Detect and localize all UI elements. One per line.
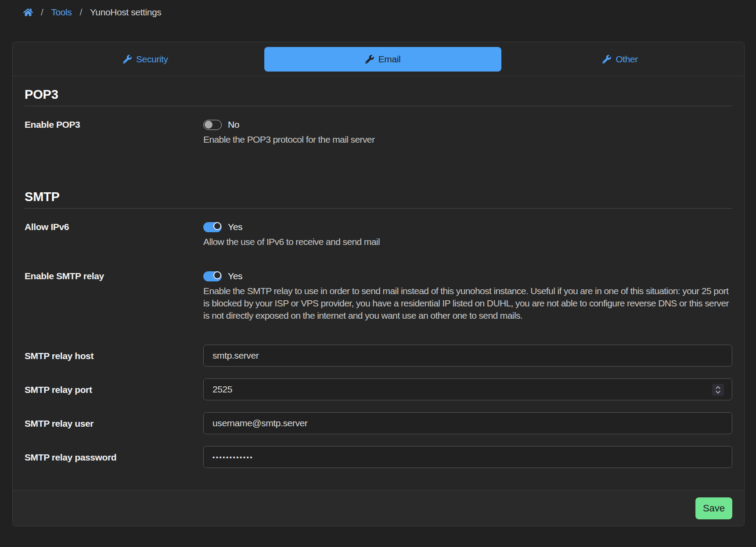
field-label: Enable POP3 bbox=[25, 119, 203, 146]
toggle-state-label: Yes bbox=[228, 222, 242, 232]
wrench-icon bbox=[365, 55, 374, 64]
field-control: username@smtp.server bbox=[203, 412, 732, 434]
wrench-icon bbox=[602, 55, 611, 64]
chevron-down-icon bbox=[715, 390, 721, 394]
field-control: YesEnable the SMTP relay to use in order… bbox=[203, 271, 732, 322]
tab-label: Security bbox=[136, 54, 168, 65]
settings-form: POP3Enable POP3NoEnable the POP3 protoco… bbox=[13, 76, 744, 468]
breadcrumb: / Tools / YunoHost settings bbox=[0, 0, 756, 18]
wrench-icon bbox=[123, 55, 132, 64]
toggle-knob bbox=[213, 271, 221, 279]
breadcrumb-current: YunoHost settings bbox=[90, 7, 161, 18]
field-control: NoEnable the POP3 protocol for the mail … bbox=[203, 119, 732, 146]
field-label: SMTP relay user bbox=[25, 412, 203, 434]
smtp-relay-password-input[interactable]: •••••••••••• bbox=[203, 446, 732, 468]
smtp-relay-user-input[interactable]: username@smtp.server bbox=[203, 412, 732, 434]
save-button[interactable]: Save bbox=[695, 497, 732, 519]
field-label: SMTP relay port bbox=[25, 378, 203, 400]
field-label: SMTP relay host bbox=[25, 345, 203, 367]
tab-other[interactable]: Other bbox=[501, 47, 739, 72]
section-title-smtp: SMTP bbox=[25, 190, 732, 209]
smtp-relay-port-input[interactable]: 2525 bbox=[203, 378, 732, 400]
field-control: YesAllow the use of IPv6 to receive and … bbox=[203, 222, 732, 248]
tab-label: Email bbox=[378, 54, 401, 65]
toggle-knob bbox=[205, 121, 212, 129]
toggle-switch[interactable] bbox=[203, 271, 222, 281]
section-title-pop3: POP3 bbox=[25, 87, 732, 106]
tab-bar: SecurityEmailOther bbox=[13, 42, 744, 76]
field-description: Allow the use of IPv6 to receive and sen… bbox=[203, 236, 732, 248]
field-label: Allow IPv6 bbox=[25, 222, 203, 248]
form-row: SMTP relay hostsmtp.server bbox=[25, 345, 732, 367]
breadcrumb-tools-link[interactable]: Tools bbox=[51, 7, 72, 18]
chevron-up-icon bbox=[715, 386, 721, 389]
toggle-state-label: Yes bbox=[228, 271, 242, 281]
form-row: SMTP relay userusername@smtp.server bbox=[25, 412, 732, 434]
smtp-relay-host-input[interactable]: smtp.server bbox=[203, 345, 732, 367]
field-description: Enable the POP3 protocol for the mail se… bbox=[203, 133, 732, 146]
field-control: smtp.server bbox=[203, 345, 732, 367]
field-label: SMTP relay password bbox=[25, 446, 203, 468]
breadcrumb-separator: / bbox=[79, 7, 82, 18]
form-row: Enable POP3NoEnable the POP3 protocol fo… bbox=[25, 119, 732, 146]
field-control: •••••••••••• bbox=[203, 446, 732, 468]
toggle-knob bbox=[213, 222, 221, 230]
field-description: Enable the SMTP relay to use in order to… bbox=[203, 285, 732, 322]
tab-security[interactable]: Security bbox=[27, 47, 264, 72]
form-row: SMTP relay password•••••••••••• bbox=[25, 446, 732, 468]
toggle-state-label: No bbox=[228, 119, 239, 130]
form-row: SMTP relay port2525 bbox=[25, 378, 732, 400]
tab-email[interactable]: Email bbox=[264, 47, 502, 72]
field-control: 2525 bbox=[203, 378, 732, 400]
form-row: Allow IPv6YesAllow the use of IPv6 to re… bbox=[25, 222, 732, 248]
number-spinner[interactable] bbox=[712, 384, 724, 396]
home-icon[interactable] bbox=[23, 7, 33, 17]
settings-card: SecurityEmailOther POP3Enable POP3NoEnab… bbox=[12, 42, 745, 526]
toggle-switch[interactable] bbox=[203, 222, 222, 232]
field-label: Enable SMTP relay bbox=[25, 271, 203, 322]
toggle-switch[interactable] bbox=[203, 120, 222, 130]
form-row: Enable SMTP relayYesEnable the SMTP rela… bbox=[25, 271, 732, 322]
card-footer: Save bbox=[13, 490, 744, 526]
tab-label: Other bbox=[616, 54, 638, 65]
breadcrumb-separator: / bbox=[41, 7, 43, 18]
